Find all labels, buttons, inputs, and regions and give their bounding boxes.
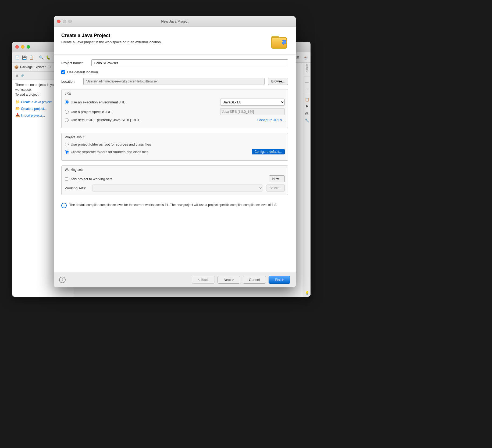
jre-radio2-label: Use a project specific JRE: (71, 110, 218, 114)
browse-button[interactable]: Browse... (268, 78, 288, 85)
jre-radio3-label: Use default JRE (currently 'Java SE 8 [1… (71, 118, 255, 122)
use-default-location-label: Use default location (67, 70, 98, 74)
jre-radio3-row: Use default JRE (currently 'Java SE 8 [1… (65, 118, 285, 122)
java-perspective-icon[interactable]: ☕ (302, 55, 308, 60)
info-message: The default compiler compliance level fo… (69, 203, 277, 207)
working-sets-label: Working sets: (65, 186, 89, 190)
working-sets-select (92, 185, 263, 192)
configure-jres-link[interactable]: Configure JREs... (257, 118, 285, 122)
dialog-header-text: Create a Java Project Create a Java proj… (61, 33, 162, 44)
jre-section-title: JRE (62, 89, 288, 96)
project-layout-section: Project layout Use project folder as roo… (61, 133, 288, 161)
at-icon[interactable]: @ (304, 110, 310, 116)
project-name-input[interactable] (91, 59, 288, 66)
next-button[interactable]: Next > (218, 276, 240, 284)
dialog-content: Project name: Use default location Locat… (54, 55, 296, 272)
dialog-subtitle: Create a Java project in the workspace o… (61, 40, 162, 44)
dialog-traffic-lights (57, 20, 72, 23)
location-label: Location: (61, 80, 80, 84)
help-button[interactable]: ? (59, 277, 66, 283)
jre-section-content: Use an execution environment JRE: JavaSE… (62, 96, 288, 128)
layout-radio1[interactable] (65, 143, 69, 146)
info-box: i The default compiler compliance level … (61, 200, 288, 211)
back-button[interactable]: < Back (192, 276, 215, 284)
working-sets-title: Working sets (62, 166, 288, 173)
footer-buttons: < Back Next > Cancel Finish (192, 276, 290, 284)
maximize-button[interactable] (27, 45, 30, 49)
project-layout-content: Use project folder as root for sources a… (62, 140, 288, 160)
project-name-row: Project name: (61, 59, 288, 66)
jre-specific-input (220, 108, 285, 115)
minimize-right-icon[interactable]: — (304, 79, 310, 85)
jre-radio3[interactable] (65, 118, 69, 122)
perspective-icon[interactable]: ⊞ (295, 55, 301, 60)
toolbar-separator-1 (36, 55, 36, 60)
select-working-sets-button: Select... (266, 185, 285, 192)
bug-icon[interactable]: 🐛 (45, 55, 51, 60)
link-with-editor-icon[interactable]: 🔗 (20, 73, 25, 78)
collapse-all-icon[interactable]: ⊟ (14, 73, 19, 78)
layout-radio2[interactable] (65, 150, 69, 154)
add-to-working-sets-label: Add project to working sets (70, 177, 267, 181)
access-text[interactable]: Access (305, 64, 308, 72)
dialog-close-button[interactable] (57, 20, 60, 23)
use-default-location-row: Use default location (61, 70, 288, 74)
search-icon[interactable]: 🔍 (38, 55, 44, 60)
jre-select[interactable]: JavaSE-1.8 (220, 99, 285, 106)
dialog-footer: ? < Back Next > Cancel Finish (54, 272, 296, 287)
copy-icon[interactable]: 📋 (28, 55, 34, 60)
layout-radio1-row: Use project folder as root for sources a… (65, 142, 285, 146)
close-button[interactable] (15, 45, 19, 49)
working-sets-section: Working sets Add project to working sets… (61, 165, 288, 195)
dialog-minimize-button (63, 20, 66, 23)
save-icon[interactable]: 💾 (21, 55, 27, 60)
toolbar-separator-2 (53, 55, 53, 60)
new-java-project-dialog: New Java Project Create a Java Project C… (54, 16, 296, 287)
new-working-set-button[interactable]: New... (269, 175, 285, 182)
jre-radio1[interactable] (65, 100, 69, 104)
jre-section: JRE Use an execution environment JRE: Ja… (61, 89, 288, 128)
folder-icon (271, 33, 288, 50)
right-strip: Access — □ 📋 ⚑ @ 🔧 💡 (303, 63, 311, 297)
panel-minimize-icon[interactable]: ⊟ (47, 65, 52, 70)
dialog-header: Create a Java Project Create a Java proj… (54, 27, 296, 55)
dialog-maximize-button (68, 20, 72, 23)
package-explorer-title: Package Explorer (20, 65, 46, 69)
finish-button[interactable]: Finish (269, 276, 290, 284)
maximize-right-icon[interactable]: □ (304, 86, 310, 92)
dialog-title: New Java Project (161, 19, 188, 23)
properties-icon[interactable]: 🔧 (304, 117, 310, 123)
dialog-titlebar: New Java Project (54, 16, 296, 27)
info-icon: i (61, 203, 67, 208)
project-layout-title: Project layout (62, 133, 288, 140)
dialog-main-title: Create a Java Project (61, 33, 162, 38)
jre-radio1-label: Use an execution environment JRE: (71, 100, 218, 104)
use-default-location-checkbox[interactable] (61, 70, 65, 74)
jre-radio1-row: Use an execution environment JRE: JavaSE… (65, 99, 285, 106)
bulb-icon[interactable]: 💡 (304, 290, 310, 296)
working-sets-row: Working sets: Select... (65, 185, 285, 192)
configure-default-button[interactable]: Configure default... (252, 149, 285, 154)
location-row: Location: Browse... (61, 78, 288, 85)
add-to-working-sets-checkbox[interactable] (65, 177, 68, 181)
project-name-label: Project name: (61, 61, 88, 65)
cancel-button[interactable]: Cancel (243, 276, 266, 284)
location-input[interactable] (83, 78, 265, 85)
layout-radio1-label: Use project folder as root for sources a… (71, 142, 285, 146)
layout-radio2-row: Create separate folders for sources and … (65, 149, 285, 154)
markers-icon[interactable]: ⚑ (304, 103, 310, 109)
jre-radio2[interactable] (65, 110, 69, 114)
working-sets-content: Add project to working sets New... Worki… (62, 173, 288, 195)
jre-radio2-row: Use a project specific JRE: (65, 108, 285, 115)
new-file-icon[interactable]: 📄 (14, 55, 20, 60)
dialog-body: Create a Java Project Create a Java proj… (54, 27, 296, 287)
layout-radio2-label: Create separate folders for sources and … (71, 150, 249, 154)
tasks-icon[interactable]: 📋 (304, 96, 310, 102)
minimize-button[interactable] (21, 45, 24, 49)
